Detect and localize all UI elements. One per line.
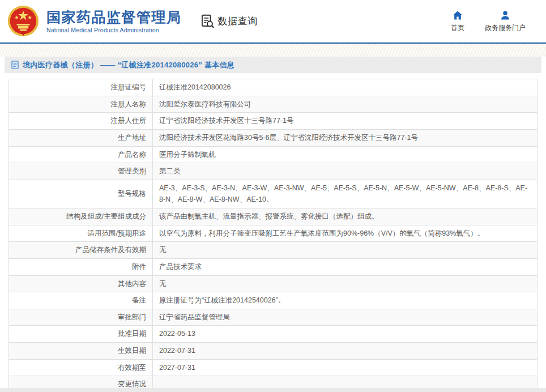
row-label: 产品名称 xyxy=(9,146,153,163)
table-row: 生效日期 2022-07-31 xyxy=(9,343,538,360)
row-label: 有效期至 xyxy=(9,359,153,376)
row-value: 原注册证号为“辽械注准20142540026”。 xyxy=(153,292,538,309)
table-row: 其他内容 无 xyxy=(9,275,538,292)
home-icon xyxy=(452,10,463,21)
hatch-texture-band xyxy=(0,44,546,57)
agency-name-cn: 国家药品监督管理局 xyxy=(46,9,182,25)
row-value: AE-3、AE-3-S、AE-3-N、AE-3-W、AE-3-NW、AE-5、A… xyxy=(153,180,538,208)
row-label: 产品储存条件及有效期 xyxy=(9,242,153,259)
row-value: 第二类 xyxy=(153,163,538,180)
table-row: 注册人名称 沈阳爱尔泰医疗科技有限公司 xyxy=(9,96,538,113)
row-value: 2022-07-31 xyxy=(153,343,538,360)
row-value: 2027-07-31 xyxy=(153,359,538,376)
table-row: 产品名称 医用分子筛制氧机 xyxy=(9,146,538,163)
row-value: 沈阳经济技术开发区花海路30号5-6层、辽宁省沈阳经济技术开发区十三号路77-1… xyxy=(153,129,538,146)
row-value: 医用分子筛制氧机 xyxy=(153,146,538,163)
table-row: 有效期至 2027-07-31 xyxy=(9,359,538,376)
row-label: 批准日期 xyxy=(9,326,153,343)
row-label: 注册证编号 xyxy=(9,79,153,96)
table-row: 备注 原注册证号为“辽械注准20142540026”。 xyxy=(9,292,538,309)
user-icon xyxy=(500,10,511,21)
row-label: 适用范围/预期用途 xyxy=(9,225,153,242)
table-row: 注册证编号 辽械注准20142080026 xyxy=(9,79,538,96)
national-emblem-logo xyxy=(6,4,41,39)
document-icon xyxy=(11,61,19,69)
row-label: 型号规格 xyxy=(9,180,153,208)
page-title: 境内医疗器械（注册） —— “辽械注准20142080026” 基本信息 xyxy=(23,60,234,70)
table-row: 审批部门 辽宁省药品监督管理局 xyxy=(9,309,538,326)
nav-home[interactable]: 首页 xyxy=(451,10,464,33)
table-row: 产品储存条件及有效期 无 xyxy=(9,242,538,259)
header-nav: 首页 政务服务门户 xyxy=(451,10,546,33)
row-label: 生效日期 xyxy=(9,343,153,360)
table-row: 适用范围/预期用途 以空气为原料，利用分子筛变压吸附工艺生产氧浓度范围为90%-… xyxy=(9,225,538,242)
row-value: 辽宁省药品监督管理局 xyxy=(153,309,538,326)
footer-strip xyxy=(0,388,546,392)
table-row: 生产地址 沈阳经济技术开发区花海路30号5-6层、辽宁省沈阳经济技术开发区十三号… xyxy=(9,129,538,146)
row-value: 2022-05-13 xyxy=(153,326,538,343)
info-table-body: 注册证编号 辽械注准20142080026 注册人名称 沈阳爱尔泰医疗科技有限公… xyxy=(9,79,538,392)
table-row: 型号规格 AE-3、AE-3-S、AE-3-N、AE-3-W、AE-3-NW、A… xyxy=(9,180,538,208)
row-label: 附件 xyxy=(9,258,153,275)
row-label: 备注 xyxy=(9,292,153,309)
table-row: 管理类别 第二类 xyxy=(9,163,538,180)
table-row: 结构及组成/主要组成成分 该产品由制氧主机、流量指示器、报警系统、雾化接口（选配… xyxy=(9,208,538,225)
nav-home-label: 首页 xyxy=(451,23,464,33)
row-label: 结构及组成/主要组成成分 xyxy=(9,208,153,225)
agency-name-en: National Medical Products Administration xyxy=(46,27,182,33)
table-row: 注册人住所 辽宁省沈阳经济技术开发区十三号路77-1号 xyxy=(9,113,538,130)
brand-block: 国家药品监督管理局 National Medical Products Admi… xyxy=(46,9,182,34)
row-label: 审批部门 xyxy=(9,309,153,326)
row-value: 以空气为原料，利用分子筛变压吸附工艺生产氧浓度范围为90%-96%（V/V）的氧… xyxy=(153,225,538,242)
nav-gov-portal[interactable]: 政务服务门户 xyxy=(485,10,526,33)
row-value: 辽械注准20142080026 xyxy=(153,79,538,96)
table-row: 附件 产品技术要求 xyxy=(9,258,538,275)
row-label: 管理类别 xyxy=(9,163,153,180)
registration-info-section: 注册证编号 辽械注准20142080026 注册人名称 沈阳爱尔泰医疗科技有限公… xyxy=(8,79,538,392)
data-query-label: 数据查询 xyxy=(218,15,258,28)
row-value: 产品技术要求 xyxy=(153,258,538,275)
page-title-bar: 境内医疗器械（注册） —— “辽械注准20142080026” 基本信息 xyxy=(5,57,541,73)
row-value: 沈阳爱尔泰医疗科技有限公司 xyxy=(153,96,538,113)
row-value: 辽宁省沈阳经济技术开发区十三号路77-1号 xyxy=(153,113,538,130)
row-value: 无 xyxy=(153,275,538,292)
nav-gov-portal-label: 政务服务门户 xyxy=(485,23,526,33)
data-query-menu[interactable]: 数据查询 xyxy=(200,14,258,29)
row-value: 无 xyxy=(153,242,538,259)
site-header: 国家药品监督管理局 National Medical Products Admi… xyxy=(0,0,546,42)
row-label: 注册人名称 xyxy=(9,96,153,113)
registration-info-table: 注册证编号 辽械注准20142080026 注册人名称 沈阳爱尔泰医疗科技有限公… xyxy=(8,79,538,392)
data-search-icon xyxy=(200,14,215,29)
table-row: 批准日期 2022-05-13 xyxy=(9,326,538,343)
row-label: 其他内容 xyxy=(9,275,153,292)
row-label: 注册人住所 xyxy=(9,113,153,130)
row-value: 该产品由制氧主机、流量指示器、报警系统、雾化接口（选配）组成。 xyxy=(153,208,538,225)
row-label: 生产地址 xyxy=(9,129,153,146)
